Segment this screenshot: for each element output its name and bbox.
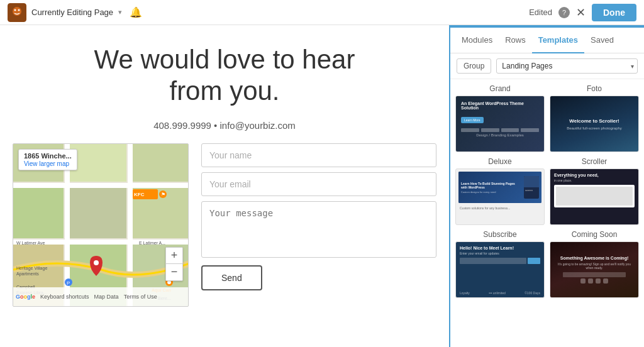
map-container: KFC ⚑ Heritage Village Apartments Campbe… (13, 143, 189, 307)
contact-info: 408.999.9999 • info@yourbiz.com (0, 120, 449, 131)
zoom-out-button[interactable]: − (166, 264, 182, 280)
panel-filter: Group Landing Pages Business Portfolio B… (450, 53, 644, 79)
template-label-scroller: Scroller (550, 157, 639, 166)
app-logo (8, 3, 26, 22)
tab-rows[interactable]: Rows (499, 28, 532, 53)
svg-text:P: P (67, 280, 70, 286)
contact-layout: KFC ⚑ Heritage Village Apartments Campbe… (0, 143, 449, 307)
svg-rect-7 (133, 144, 189, 182)
map-data-label: Map Data (94, 294, 119, 300)
heading-line1: We would love to hear (94, 45, 355, 74)
template-thumb-grand[interactable]: An Elegant WordPress Theme Solution Lear… (455, 96, 545, 152)
keyboard-shortcuts-link[interactable]: Keyboard shortcuts (40, 294, 89, 300)
tab-templates[interactable]: Templates (532, 28, 584, 53)
template-grid: Grand An Elegant WordPress Theme Solutio… (450, 79, 644, 347)
template-label-subscribe: Subscribe (455, 230, 545, 239)
google-logo: Google (16, 294, 35, 300)
template-label-foto: Foto (550, 84, 639, 93)
template-col-foto: Foto Welcome to Scroller! Beautiful full… (550, 84, 639, 152)
template-col-deluxe: Deluxe Learn How To Build Stunning Pages… (455, 157, 545, 225)
map-address: 1865 Winche... (24, 152, 72, 160)
map-larger-link[interactable]: View larger map (24, 160, 72, 167)
template-row-2: Deluxe Learn How To Build Stunning Pages… (455, 157, 639, 225)
page-content: We would love to hear from you. 408.999.… (0, 25, 449, 347)
message-textarea[interactable] (201, 201, 436, 258)
filter-select-wrapper: Landing Pages Business Portfolio Blog ▾ (496, 58, 638, 74)
filter-group-button[interactable]: Group (457, 58, 491, 74)
template-col-scroller: Scroller Everything you need, in one pla… (550, 157, 639, 225)
svg-text:⚑: ⚑ (161, 192, 165, 197)
template-col-grand: Grand An Elegant WordPress Theme Solutio… (455, 84, 545, 152)
svg-rect-9 (70, 188, 126, 238)
topbar: Currently Editing Page ▾ 🔔 Edited ? ✕ Do… (0, 0, 644, 25)
send-button[interactable]: Send (201, 265, 262, 290)
filter-select[interactable]: Landing Pages Business Portfolio Blog (496, 58, 638, 74)
template-label-deluxe: Deluxe (455, 157, 545, 166)
right-panel: Modules Rows Templates Saved Group Landi… (449, 25, 644, 347)
template-thumb-foto[interactable]: Welcome to Scroller! Beautiful full-scre… (550, 96, 639, 152)
template-thumb-scroller[interactable]: Everything you need, in one place. (550, 168, 639, 225)
edited-label: Edited (529, 8, 552, 17)
map-tooltip: 1865 Winche... View larger map (18, 149, 77, 170)
topbar-right: Edited ? ✕ Done (529, 4, 636, 21)
svg-text:W Latimer Ave: W Latimer Ave (16, 241, 45, 245)
map-footer: Google Keyboard shortcuts Map Data Terms… (13, 287, 188, 306)
template-label-grand: Grand (455, 84, 545, 93)
panel-tabs: Modules Rows Templates Saved (450, 28, 644, 53)
map-zoom-controls: + − (165, 247, 183, 281)
help-icon[interactable]: ? (558, 7, 570, 18)
svg-point-2 (14, 9, 16, 11)
done-button[interactable]: Done (592, 4, 636, 21)
template-row-1: Grand An Elegant WordPress Theme Solutio… (455, 84, 639, 152)
bell-icon[interactable]: 🔔 (130, 6, 142, 18)
map-inner: KFC ⚑ Heritage Village Apartments Campbe… (13, 144, 188, 306)
template-col-subscribe: Subscribe Hello! Nice to Meet Learn! Ent… (455, 230, 545, 298)
svg-rect-6 (70, 144, 126, 182)
main-area: We would love to hear from you. 408.999.… (0, 25, 644, 347)
svg-rect-14 (13, 183, 189, 188)
contact-form: Send (201, 143, 436, 307)
template-thumb-coming-soon[interactable]: Something Awesome is Coming! It's going … (550, 241, 639, 298)
svg-rect-17 (128, 144, 133, 307)
template-thumb-deluxe[interactable]: Learn How To Build Stunning Pages with W… (455, 168, 545, 225)
name-input[interactable] (201, 143, 436, 167)
svg-text:Heritage Village: Heritage Village (16, 266, 47, 271)
topbar-title: Currently Editing Page (31, 8, 113, 17)
template-label-coming-soon: Coming Soon (550, 230, 639, 239)
svg-text:Apartments: Apartments (16, 272, 39, 277)
zoom-in-button[interactable]: + (166, 248, 182, 264)
svg-point-3 (18, 9, 20, 11)
svg-point-23 (94, 260, 99, 265)
template-row-3: Subscribe Hello! Nice to Meet Learn! Ent… (455, 230, 639, 298)
close-icon[interactable]: ✕ (576, 6, 586, 19)
email-input[interactable] (201, 172, 436, 196)
svg-rect-8 (13, 188, 64, 238)
template-thumb-subscribe[interactable]: Hello! Nice to Meet Learn! Enter your em… (455, 241, 545, 298)
terms-link[interactable]: Terms of Use (124, 294, 157, 300)
svg-text:E Latimer A...: E Latimer A... (139, 241, 165, 245)
tab-saved[interactable]: Saved (584, 28, 620, 53)
chevron-down-icon[interactable]: ▾ (118, 8, 122, 16)
tab-modules[interactable]: Modules (455, 28, 499, 53)
template-col-coming-soon: Coming Soon Something Awesome is Coming!… (550, 230, 639, 298)
page-heading: We would love to hear from you. (0, 25, 449, 120)
heading-line2: from you. (169, 76, 279, 106)
svg-text:KFC: KFC (134, 192, 145, 197)
